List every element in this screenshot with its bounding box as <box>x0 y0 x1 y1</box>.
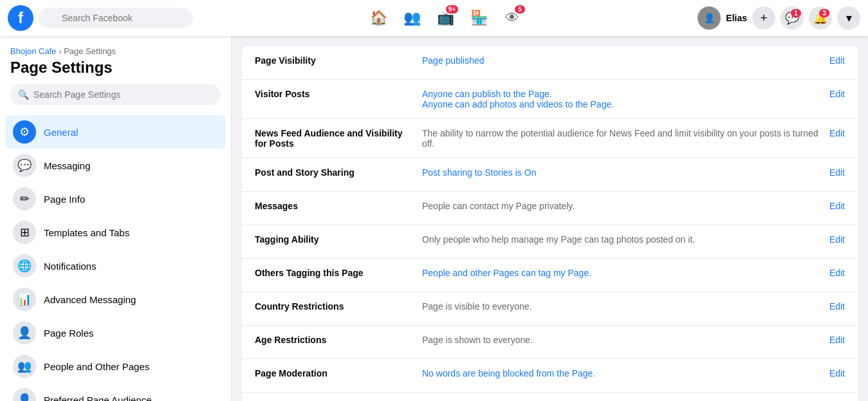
sidebar-item-advanced-messaging[interactable]: 📊 Advanced Messaging <box>5 283 226 316</box>
setting-value-text: Post sharing to Stories is On <box>422 167 536 178</box>
setting-value: Post sharing to Stories is On <box>422 167 819 178</box>
table-row: Tagging Ability Only people who help man… <box>242 225 858 259</box>
friends-icon: 👥 <box>403 10 421 26</box>
setting-value: Anyone can publish to the Page. Anyone c… <box>422 89 819 109</box>
edit-button[interactable]: Edit <box>819 301 845 312</box>
top-navigation: f 🔍 🏠 👥 📺 9+ 🏪 👁 5 👤 Elias + <box>0 0 868 36</box>
setting-label: Others Tagging this Page <box>255 268 422 278</box>
setting-value-line2: Anyone can add photos and videos to the … <box>422 99 614 109</box>
sidebar-search-wrap: 🔍 <box>10 84 221 105</box>
add-button[interactable]: + <box>752 6 775 30</box>
sidebar-item-general[interactable]: ⚙ General <box>5 115 226 149</box>
main-layout: Bhojon Cafe › Page Settings Page Setting… <box>0 36 868 401</box>
edit-button[interactable]: Edit <box>819 128 845 138</box>
table-row: Visitor Posts Anyone can publish to the … <box>242 80 858 119</box>
setting-label: Post and Story Sharing <box>255 167 422 178</box>
setting-value-text: Page is shown to everyone. <box>422 335 533 345</box>
sidebar-item-label: Page Roles <box>44 328 94 339</box>
marketplace-icon: 🏪 <box>470 10 488 26</box>
setting-label: News Feed Audience and Visibility for Po… <box>255 128 422 149</box>
setting-value: Only people who help manage my Page can … <box>422 234 819 245</box>
groups-nav-btn[interactable]: 👁 5 <box>497 3 528 33</box>
notifications-button[interactable]: 🔔 3 <box>809 6 832 30</box>
friends-nav-btn[interactable]: 👥 <box>396 3 427 33</box>
sidebar-item-page-roles[interactable]: 👤 Page Roles <box>5 316 226 350</box>
nav-center: 🏠 👥 📺 9+ 🏪 👁 5 <box>193 3 697 33</box>
search-input[interactable] <box>39 8 193 28</box>
edit-button[interactable]: Edit <box>819 335 845 345</box>
home-icon: 🏠 <box>370 10 387 26</box>
sidebar-item-label: Notifications <box>44 261 97 272</box>
video-badge: 9+ <box>446 5 458 14</box>
setting-value: The ability to narrow the potential audi… <box>422 128 819 149</box>
breadcrumb-link[interactable]: Bhojon Cafe <box>10 46 57 56</box>
setting-label: Tagging Ability <box>255 234 422 245</box>
setting-value-line1: Anyone can publish to the Page. <box>422 89 552 99</box>
setting-value: Page published <box>422 55 819 66</box>
user-name: Elias <box>726 13 747 23</box>
table-row: Page Moderation No words are being block… <box>242 359 858 393</box>
sidebar-item-preferred-audience[interactable]: 👤 Preferred Page Audience <box>5 383 226 401</box>
edit-button[interactable]: Edit <box>819 89 845 99</box>
sidebar-item-label: People and Other Pages <box>44 361 149 372</box>
sidebar-item-notifications[interactable]: 🌐 Notifications <box>5 249 226 283</box>
setting-label: Page Visibility <box>255 55 422 66</box>
edit-button[interactable]: Edit <box>819 368 845 378</box>
sidebar-item-label: Templates and Tabs <box>44 227 129 238</box>
chart-icon: 📊 <box>13 288 36 311</box>
chevron-down-icon: ▾ <box>846 11 852 25</box>
account-menu-button[interactable]: ▾ <box>837 6 860 30</box>
gear-icon: ⚙ <box>13 120 36 144</box>
edit-button[interactable]: Edit <box>819 167 845 178</box>
setting-value-text: The ability to narrow the potential audi… <box>422 128 818 149</box>
table-row: Others Tagging this Page People and othe… <box>242 259 858 292</box>
messenger-badge: 1 <box>791 9 801 17</box>
sidebar-search-input[interactable] <box>10 84 221 105</box>
sidebar-search-icon: 🔍 <box>18 89 29 100</box>
setting-value: No words are being blocked from the Page… <box>422 368 819 378</box>
breadcrumb-current: Page Settings <box>64 46 116 56</box>
table-row: Messages People can contact my Page priv… <box>242 192 858 225</box>
setting-value-text: People and other Pages can tag my Page. <box>422 268 591 278</box>
grid-icon: ⊞ <box>13 221 36 244</box>
setting-label: Age Restrictions <box>255 335 422 345</box>
setting-label: Page Moderation <box>255 368 422 378</box>
marketplace-nav-btn[interactable]: 🏪 <box>463 3 494 33</box>
messenger-button[interactable]: 💬 1 <box>780 6 804 30</box>
sidebar-item-label: Messaging <box>44 160 91 171</box>
user-info: 👤 Elias <box>697 6 747 30</box>
setting-value: Page is shown to everyone. <box>422 335 819 345</box>
breadcrumb-sep: › <box>59 46 64 56</box>
setting-value-text: No words are being blocked from the Page… <box>422 368 595 378</box>
sidebar-item-label: Advanced Messaging <box>44 294 136 305</box>
globe-icon: 🌐 <box>13 254 36 277</box>
main-content: Page Visibility Page published Edit Visi… <box>232 36 868 401</box>
pencil-icon: ✏ <box>13 187 36 210</box>
setting-value-text: Only people who help manage my Page can … <box>422 234 695 245</box>
table-row: Profanity Filter Turned off Edit <box>242 393 858 401</box>
setting-value-text: Page is visible to everyone. <box>422 301 531 312</box>
edit-button[interactable]: Edit <box>819 55 845 66</box>
sidebar-item-templates-tabs[interactable]: ⊞ Templates and Tabs <box>5 216 226 249</box>
home-nav-btn[interactable]: 🏠 <box>363 3 394 33</box>
setting-value: People can contact my Page privately. <box>422 201 819 211</box>
edit-button[interactable]: Edit <box>819 201 845 211</box>
setting-label: Country Restrictions <box>255 301 422 312</box>
sidebar-item-messaging[interactable]: 💬 Messaging <box>5 149 226 182</box>
audience-icon: 👤 <box>13 388 36 401</box>
edit-button[interactable]: Edit <box>819 234 845 245</box>
sidebar-item-page-info[interactable]: ✏ Page Info <box>5 182 226 216</box>
search-wrap: 🔍 <box>33 8 193 28</box>
table-row: Age Restrictions Page is shown to everyo… <box>242 326 858 359</box>
settings-card: Page Visibility Page published Edit Visi… <box>242 46 858 401</box>
table-row: Country Restrictions Page is visible to … <box>242 292 858 326</box>
groups-badge: 5 <box>515 5 525 14</box>
sidebar-item-label: Page Info <box>44 194 85 205</box>
edit-button[interactable]: Edit <box>819 268 845 278</box>
video-nav-btn[interactable]: 📺 9+ <box>430 3 461 33</box>
sidebar-item-people-other[interactable]: 👥 People and Other Pages <box>5 350 226 383</box>
breadcrumb: Bhojon Cafe › Page Settings <box>5 46 226 56</box>
nav-right: 👤 Elias + 💬 1 🔔 3 ▾ <box>697 6 860 30</box>
setting-value-text: Page published <box>422 55 485 66</box>
chat-icon: 💬 <box>13 154 36 177</box>
